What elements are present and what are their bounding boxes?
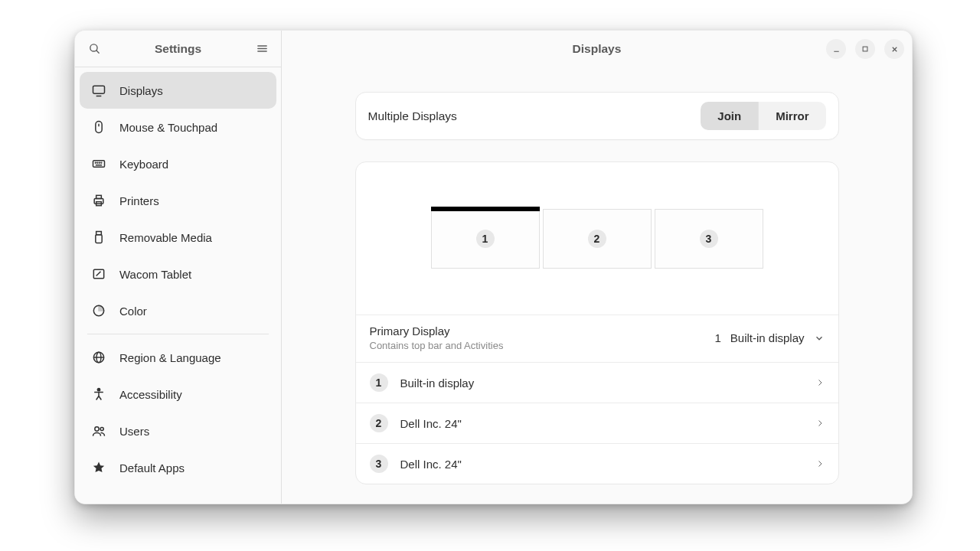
close-icon <box>890 45 899 54</box>
multiple-displays-card: Multiple Displays Join Mirror <box>355 92 839 140</box>
display-row-1[interactable]: 1 Built-in display <box>356 362 838 403</box>
sidebar-item-label: Wacom Tablet <box>119 268 266 281</box>
primary-display-name: Built-in display <box>730 331 805 344</box>
sidebar-item-accessibility[interactable]: Accessibility <box>80 376 276 412</box>
sidebar-separator <box>87 334 269 334</box>
accessibility-icon <box>90 386 107 403</box>
svg-point-26 <box>95 427 99 431</box>
svg-rect-19 <box>96 235 102 243</box>
sidebar-item-label: Accessibility <box>119 388 266 401</box>
chevron-right-icon <box>815 417 825 429</box>
usb-icon <box>90 229 107 246</box>
svg-line-1 <box>96 51 98 53</box>
monitor-tile-2[interactable]: 2 <box>543 209 652 269</box>
sidebar-item-region[interactable]: Region & Language <box>80 339 276 376</box>
hamburger-icon <box>256 42 269 55</box>
join-button[interactable]: Join <box>701 102 758 130</box>
sidebar-item-label: Displays <box>119 84 266 97</box>
maximize-icon <box>861 45 869 53</box>
hamburger-button[interactable] <box>249 36 275 62</box>
primary-display-title: Primary Display <box>370 324 504 337</box>
monitor-number-badge: 1 <box>476 230 495 248</box>
close-button[interactable] <box>884 39 904 59</box>
display-mode-toggle: Join Mirror <box>701 102 825 130</box>
sidebar-item-label: Keyboard <box>119 158 266 171</box>
sidebar-item-label: Printers <box>119 194 266 207</box>
main-header: Displays <box>282 31 912 67</box>
primary-display-row[interactable]: Primary Display Contains top bar and Act… <box>356 315 838 362</box>
sidebar-item-wacom[interactable]: Wacom Tablet <box>80 256 276 292</box>
sidebar-item-label: Region & Language <box>119 351 266 364</box>
sidebar-item-removable-media[interactable]: Removable Media <box>80 219 276 256</box>
sidebar-item-printers[interactable]: Printers <box>80 182 276 219</box>
monitor-number-badge: 2 <box>588 230 606 248</box>
minimize-icon <box>832 45 841 54</box>
sidebar-item-users[interactable]: Users <box>80 412 276 449</box>
sidebar-item-mouse[interactable]: Mouse & Touchpad <box>80 109 276 145</box>
tablet-icon <box>90 266 107 282</box>
monitor-icon <box>90 82 107 99</box>
primary-display-num: 1 <box>714 331 720 344</box>
monitor-tile-1[interactable]: 1 <box>431 209 540 269</box>
svg-point-11 <box>95 162 96 163</box>
color-icon <box>90 302 107 319</box>
settings-window: Settings Displays Mouse & Touchpad <box>74 30 913 504</box>
star-icon <box>90 459 107 476</box>
display-row-label: Built-in display <box>400 377 803 390</box>
keyboard-icon <box>90 155 107 172</box>
svg-point-13 <box>99 162 100 163</box>
sidebar-header: Settings <box>75 31 281 67</box>
sidebar-item-label: Color <box>119 305 266 318</box>
display-row-label: Dell Inc. 24" <box>400 458 803 471</box>
printer-icon <box>90 192 107 209</box>
chevron-right-icon <box>815 458 825 470</box>
page-title: Displays <box>573 42 622 56</box>
sidebar-item-label: Mouse & Touchpad <box>119 121 266 134</box>
display-row-2[interactable]: 2 Dell Inc. 24" <box>356 403 838 443</box>
mirror-button[interactable]: Mirror <box>758 102 825 130</box>
globe-icon <box>90 349 107 366</box>
users-icon <box>90 422 107 439</box>
display-row-3[interactable]: 3 Dell Inc. 24" <box>356 443 838 484</box>
sidebar-title: Settings <box>155 42 201 56</box>
search-icon <box>88 42 101 55</box>
mouse-icon <box>90 119 107 135</box>
sidebar-item-label: Users <box>119 425 266 438</box>
minimize-button[interactable] <box>826 39 846 59</box>
svg-rect-16 <box>96 195 102 198</box>
sidebar-item-label: Default Apps <box>119 461 266 474</box>
sidebar-item-keyboard[interactable]: Keyboard <box>80 145 276 182</box>
chevron-down-icon <box>814 333 825 344</box>
svg-rect-7 <box>96 122 102 133</box>
svg-rect-29 <box>863 47 867 51</box>
sidebar-item-label: Removable Media <box>119 231 266 244</box>
sidebar-nav: Displays Mouse & Touchpad Keyboard Print… <box>75 67 281 491</box>
svg-point-27 <box>100 427 103 430</box>
svg-point-14 <box>101 162 102 163</box>
svg-rect-5 <box>93 86 105 93</box>
sidebar-item-color[interactable]: Color <box>80 292 276 329</box>
content: Multiple Displays Join Mirror 1 2 3 <box>282 67 912 504</box>
display-arrangement[interactable]: 1 2 3 <box>356 162 838 315</box>
search-button[interactable] <box>81 36 107 62</box>
sidebar: Settings Displays Mouse & Touchpad <box>75 31 282 504</box>
multiple-displays-title: Multiple Displays <box>368 109 457 123</box>
svg-point-25 <box>97 389 100 391</box>
sidebar-item-default-apps[interactable]: Default Apps <box>80 449 276 486</box>
primary-display-subtitle: Contains top bar and Activities <box>370 340 504 351</box>
main-panel: Displays Multiple Displays Join Mirror <box>282 31 912 504</box>
monitor-number-badge: 3 <box>700 230 718 248</box>
display-row-num: 3 <box>370 455 388 473</box>
svg-rect-9 <box>93 161 105 167</box>
sidebar-item-displays[interactable]: Displays <box>80 72 276 109</box>
window-controls <box>826 39 904 59</box>
primary-display-value: 1 Built-in display <box>714 331 824 344</box>
display-row-num: 2 <box>370 414 388 432</box>
displays-config-card: 1 2 3 Primary Display Contains top bar a… <box>355 161 839 484</box>
monitor-tile-3[interactable]: 3 <box>655 209 763 269</box>
svg-point-12 <box>97 162 98 163</box>
display-row-num: 1 <box>370 373 388 392</box>
maximize-button[interactable] <box>855 39 875 59</box>
chevron-right-icon <box>815 377 825 389</box>
display-row-label: Dell Inc. 24" <box>400 417 803 430</box>
